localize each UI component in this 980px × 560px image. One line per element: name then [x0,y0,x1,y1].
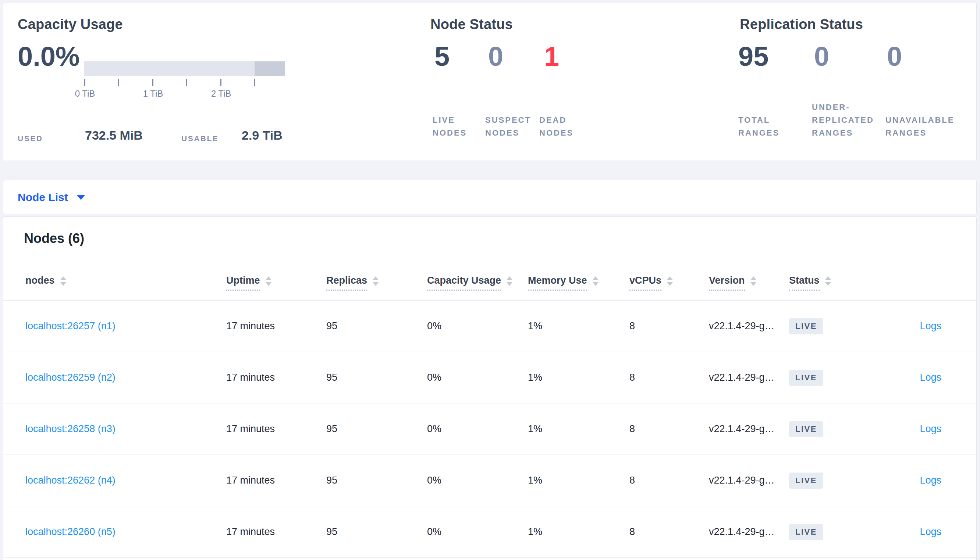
live-nodes-label: LIVE NODES [433,113,467,139]
used-label: USED [18,134,43,143]
usable-value: 2.9 TiB [242,128,283,143]
memory-use-cell: 1% [528,455,542,506]
table-row: localhost:26260 (n5) 17 minutes 95 0% 1%… [3,507,976,558]
logs-link[interactable]: Logs [920,423,942,435]
table-row: localhost:26257 (n1) 17 minutes 95 0% 1%… [3,301,976,352]
unavailable-ranges-label: UNAVAILABLE RANGES [885,113,954,139]
capacity-percent: 0.0% [18,43,80,70]
uptime-cell: 17 minutes [226,403,275,455]
memory-use-cell: 1% [528,352,542,403]
column-header-memory-use[interactable]: Memory Use [528,275,599,291]
sort-icon [825,276,831,286]
node-link[interactable]: localhost:26258 (n3) [25,423,115,435]
capacity-usage-cell: 0% [427,455,442,506]
live-nodes-count: 5 [435,43,450,70]
replicas-cell: 95 [326,352,337,403]
chevron-down-icon [77,195,85,200]
under-replicated-count: 0 [814,43,829,70]
version-cell: v22.1.4-29-g… [709,301,775,352]
table-row: localhost:26258 (n3) 17 minutes 95 0% 1%… [3,403,976,455]
capacity-tick [152,79,154,86]
node-list-dropdown-label: Node List [18,191,68,203]
version-cell: v22.1.4-29-g… [709,403,775,455]
node-list-dropdown[interactable]: Node List [18,180,85,215]
status-badge: LIVE [789,524,823,540]
capacity-tick [220,79,221,86]
replicas-cell: 95 [326,455,337,506]
uptime-cell: 17 minutes [226,301,275,352]
logs-link[interactable]: Logs [920,475,942,486]
view-selector-card: Node List [3,180,977,214]
version-cell: v22.1.4-29-g… [709,352,775,403]
column-header-nodes[interactable]: nodes [25,275,66,291]
capacity-usage-cell: 0% [427,352,442,403]
nodes-table-header: nodes Uptime Replicas Capacity Usage Mem… [3,272,976,301]
memory-use-cell: 1% [528,301,542,352]
version-cell: v22.1.4-29-g… [709,507,775,557]
replication-status-title: Replication Status [740,17,863,32]
uptime-cell: 17 minutes [226,352,275,403]
dead-nodes-label: DEAD NODES [539,113,574,139]
node-link[interactable]: localhost:26257 (n1) [25,320,115,332]
capacity-usage-cell: 0% [427,301,442,352]
unavailable-ranges-count: 0 [887,43,902,70]
capacity-tick [254,79,255,86]
replicas-cell: 95 [326,301,337,352]
capacity-usage-bar [84,62,285,76]
node-link[interactable]: localhost:26262 (n4) [25,475,115,486]
column-header-vcpus[interactable]: vCPUs [629,275,673,291]
node-link[interactable]: localhost:26259 (n2) [25,372,115,383]
sort-icon [373,276,378,286]
capacity-tick-label: 0 TiB [75,88,95,99]
capacity-usage-cell: 0% [427,403,442,455]
total-ranges-count: 95 [738,43,768,70]
cluster-summary-card: Capacity Usage 0.0% 0 TiB 1 TiB 2 TiB US… [3,3,977,161]
suspect-nodes-count: 0 [488,43,503,70]
capacity-tick-label: 1 TiB [143,88,163,99]
nodes-table-title: Nodes (6) [24,231,84,246]
status-badge: LIVE [789,421,823,437]
capacity-usage-title: Capacity Usage [18,17,123,32]
vcpus-cell: 8 [629,301,635,352]
table-row: localhost:26262 (n4) 17 minutes 95 0% 1%… [3,455,976,507]
table-row: localhost:26259 (n2) 17 minutes 95 0% 1%… [3,352,976,403]
under-replicated-label: UNDER- REPLICATED RANGES [812,101,874,139]
column-header-version[interactable]: Version [709,275,756,291]
column-header-status[interactable]: Status [789,275,831,291]
node-link[interactable]: localhost:26260 (n5) [25,526,115,538]
uptime-cell: 17 minutes [226,455,275,506]
replicas-cell: 95 [326,403,337,455]
status-badge: LIVE [789,318,823,334]
capacity-bar-dark-segment [254,62,285,76]
capacity-tick [186,79,187,86]
column-header-uptime[interactable]: Uptime [226,275,271,291]
memory-use-cell: 1% [528,507,542,557]
column-header-replicas[interactable]: Replicas [326,275,378,291]
capacity-usage-cell: 0% [427,507,442,557]
total-ranges-label: TOTAL RANGES [738,113,779,139]
sort-icon [60,276,66,286]
logs-link[interactable]: Logs [920,372,942,383]
node-status-title: Node Status [430,17,513,32]
capacity-tick [84,79,85,86]
used-value: 732.5 MiB [85,128,143,143]
sort-icon [751,276,756,286]
nodes-table-body: localhost:26257 (n1) 17 minutes 95 0% 1%… [3,301,976,558]
version-cell: v22.1.4-29-g… [709,455,775,506]
uptime-cell: 17 minutes [226,507,275,557]
sort-icon [593,276,599,286]
sort-icon [266,276,271,286]
status-badge: LIVE [789,370,823,386]
vcpus-cell: 8 [629,403,635,455]
sort-icon [507,276,512,286]
logs-link[interactable]: Logs [920,320,942,332]
vcpus-cell: 8 [629,352,635,403]
column-header-capacity-usage[interactable]: Capacity Usage [427,275,512,291]
capacity-tick [118,79,119,86]
logs-link[interactable]: Logs [920,526,942,538]
suspect-nodes-label: SUSPECT NODES [485,113,531,139]
vcpus-cell: 8 [629,455,635,506]
dead-nodes-count: 1 [544,43,559,70]
capacity-tick-label: 2 TiB [211,88,231,99]
sort-icon [667,276,673,286]
